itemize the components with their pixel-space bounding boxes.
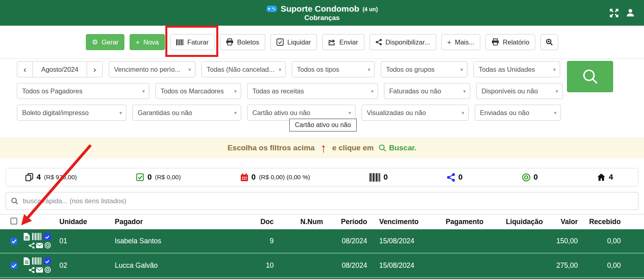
user-menu-button[interactable] xyxy=(626,8,635,18)
stat-faturadas: 0 xyxy=(370,173,388,182)
cell-doc: 9 xyxy=(243,237,274,245)
mais-button[interactable]: + Mais... xyxy=(441,34,481,50)
chevron-right-icon: › xyxy=(93,65,96,74)
plus-icon: + xyxy=(136,39,140,46)
share-nodes-icon[interactable] xyxy=(29,243,35,249)
check-square-icon xyxy=(136,173,144,181)
filter-visualizadas[interactable]: Visualizadas ou não xyxy=(362,105,469,121)
relatorio-button[interactable]: Relatório xyxy=(486,34,535,50)
select-all-checkbox[interactable] xyxy=(10,218,17,224)
filter-tipos[interactable]: Todos os tipos xyxy=(292,61,375,77)
header-nnum: N.Num xyxy=(274,218,323,226)
quick-search-input[interactable] xyxy=(6,192,638,210)
filter-boleto[interactable]: Boleto digital/impresso xyxy=(17,105,126,121)
eye-icon xyxy=(522,173,530,182)
document-icon[interactable] xyxy=(23,233,30,241)
filter-garantidas[interactable]: Garantidas ou não xyxy=(132,105,241,121)
buscar-button[interactable] xyxy=(567,61,613,92)
envelope-icon[interactable] xyxy=(36,243,43,248)
filter-disponiveis[interactable]: Disponíveis ou não xyxy=(476,83,563,99)
table-row[interactable]: 02 Lucca Galvão 10 08/2024 15/08/2024 27… xyxy=(0,254,644,277)
eye-icon[interactable] xyxy=(45,242,51,249)
calendar-icon xyxy=(240,173,248,182)
month-label: Agosto/2024 xyxy=(33,61,87,77)
share-square-icon xyxy=(328,38,336,46)
cell-valor: 275,00 xyxy=(543,261,578,270)
home-icon xyxy=(597,173,605,181)
filter-cartao[interactable]: Cartão ativo ou não xyxy=(247,105,356,121)
cell-valor: 150,00 xyxy=(543,237,578,245)
advanced-search-button[interactable] xyxy=(540,34,558,50)
row-actions xyxy=(20,232,59,249)
share-nodes-icon xyxy=(447,173,455,182)
barcode-icon[interactable] xyxy=(32,257,41,265)
cell-unidade: 02 xyxy=(59,261,111,270)
cell-vencimento: 15/08/2024 xyxy=(367,237,431,245)
printer-icon xyxy=(226,38,234,46)
cell-pagador: Lucca Galvão xyxy=(111,261,243,270)
instruction-banner: Escolha os filtros acima ↑ e clique em B… xyxy=(0,138,644,158)
expand-icon xyxy=(609,8,619,18)
units-count: (4 un) xyxy=(362,6,378,12)
barcode-icon xyxy=(176,39,184,45)
user-icon xyxy=(626,8,635,18)
table-row[interactable]: 01 Isabela Santos 9 08/2024 15/08/2024 1… xyxy=(0,229,644,253)
header-unidade: Unidade xyxy=(59,218,111,226)
search-icon xyxy=(11,197,18,205)
document-icon[interactable] xyxy=(23,257,30,265)
cell-vencimento: 15/08/2024 xyxy=(367,261,431,270)
quick-search xyxy=(6,192,638,210)
prev-month-button[interactable]: ‹ xyxy=(17,61,33,77)
fullscreen-button[interactable] xyxy=(609,8,619,18)
disponibilizar-button[interactable]: Disponibilizar... xyxy=(370,34,436,50)
barcode-icon[interactable] xyxy=(32,233,41,240)
calendar-check-icon[interactable] xyxy=(43,257,51,265)
filters-panel: ‹ Agosto/2024 › Vencimento no perío... T… xyxy=(0,59,644,128)
tooltip-cartao: Cartão ativo ou não xyxy=(289,119,357,131)
eye-icon[interactable] xyxy=(45,267,51,273)
cell-periodo: 08/2024 xyxy=(323,237,367,245)
summary-bar: 4 (R$ 975,00) 0 (R$ 0,00) 0 (R$ 0,00) (0… xyxy=(6,168,638,186)
page-title: Cobranças xyxy=(266,14,378,22)
cell-periodo: 08/2024 xyxy=(323,261,367,270)
filter-vencimento[interactable]: Vencimento no perío... xyxy=(109,61,195,77)
next-month-button[interactable]: › xyxy=(87,61,103,77)
app-title: Suporte Condomob xyxy=(280,4,359,14)
filter-faturadas[interactable]: Faturadas ou não xyxy=(384,83,470,99)
share-nodes-icon xyxy=(376,39,382,45)
faturar-button[interactable]: Faturar xyxy=(170,34,215,50)
condomob-logo-icon xyxy=(266,4,277,14)
enviar-button[interactable]: Enviar xyxy=(322,34,364,50)
share-nodes-icon[interactable] xyxy=(29,267,35,273)
cell-recebido: 0,00 xyxy=(578,261,621,270)
stat-vencidas: 0 (R$ 0,00) (0,00 %) xyxy=(240,173,310,182)
plus-icon: + xyxy=(447,39,451,46)
header-periodo: Período xyxy=(323,218,367,226)
row-checkbox[interactable] xyxy=(10,238,17,245)
stat-visualizadas: 0 xyxy=(522,173,538,182)
boletos-button[interactable]: Boletos xyxy=(220,34,265,50)
filter-unidades[interactable]: Todas as Unidades xyxy=(473,61,560,77)
gerar-button[interactable]: ⚙ Gerar xyxy=(86,34,124,50)
nova-button[interactable]: + Nova xyxy=(130,34,165,50)
filter-enviadas[interactable]: Enviadas ou não xyxy=(475,105,561,121)
cell-doc: 10 xyxy=(243,261,274,270)
filter-status[interactable]: Todas (Não cancelad... xyxy=(201,61,286,77)
filter-grupos[interactable]: Todos os grupos xyxy=(381,61,467,77)
header-recebido: Recebido xyxy=(578,218,621,226)
header-doc: Doc xyxy=(243,218,274,226)
envelope-icon[interactable] xyxy=(36,267,43,273)
row-checkbox[interactable] xyxy=(10,262,17,269)
month-navigator: ‹ Agosto/2024 › xyxy=(17,61,103,77)
search-icon xyxy=(378,144,386,152)
stat-disponibilizadas: 0 xyxy=(447,173,463,182)
filter-pagadores[interactable]: Todos os Pagadores xyxy=(17,83,149,99)
calendar-check-icon[interactable] xyxy=(43,232,51,241)
check-square-icon xyxy=(276,38,284,46)
filter-receitas[interactable]: Todas as receitas xyxy=(247,83,378,99)
header-liquidacao: Liquidação xyxy=(484,218,543,226)
header-vencimento: Vencimento xyxy=(367,218,431,226)
cobrancas-table: Unidade Pagador Doc N.Num Período Vencim… xyxy=(0,214,644,279)
filter-marcadores[interactable]: Todos os Marcadores xyxy=(155,83,241,99)
liquidar-button[interactable]: Liquidar xyxy=(270,34,317,50)
